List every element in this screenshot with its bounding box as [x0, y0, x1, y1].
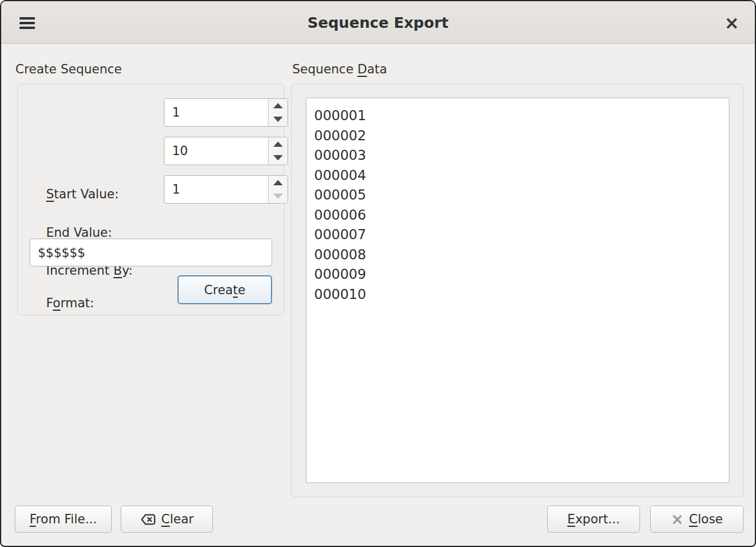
start-value-label: Start Value: [46, 187, 119, 201]
list-item: 000004 [314, 166, 729, 186]
arrow-up-icon [273, 141, 283, 147]
clear-button[interactable]: Clear [121, 506, 213, 533]
increment-by-spinner [164, 175, 288, 204]
titlebar[interactable]: Sequence Export × [1, 1, 755, 44]
list-item: 000009 [314, 265, 729, 285]
format-label-text: Format: [46, 296, 94, 310]
start-value-input[interactable] [164, 99, 268, 126]
create-button[interactable]: Create [177, 275, 272, 304]
close-button[interactable]: × Close [650, 506, 744, 533]
end-value-label: End Value: [46, 226, 112, 240]
list-item: 000006 [314, 205, 729, 226]
increment-by-spin-down-button [269, 189, 287, 203]
sequence-list[interactable]: 0000010000020000030000040000050000060000… [306, 98, 729, 483]
from-file-button[interactable]: From File... [15, 506, 112, 533]
list-item: 000001 [314, 106, 729, 126]
sequence-export-dialog: Sequence Export × Create Sequence Start … [0, 0, 756, 547]
list-item: 000008 [314, 245, 729, 265]
arrow-up-icon [273, 180, 283, 185]
end-value-spinner [164, 137, 288, 165]
create-sequence-groupbox: Start Value: End Value: Increment By: [17, 83, 285, 316]
list-item: 000010 [314, 285, 729, 305]
arrow-up-icon [273, 103, 283, 108]
create-sequence-heading: Create Sequence [15, 62, 122, 76]
list-item: 000005 [314, 185, 729, 205]
end-value-spin-down-button[interactable] [269, 151, 287, 165]
start-value-spinner [164, 98, 288, 127]
arrow-down-icon [273, 117, 283, 122]
list-item: 000003 [314, 146, 729, 166]
arrow-down-icon [273, 155, 283, 160]
start-value-spin-up-button[interactable] [269, 99, 287, 112]
format-input[interactable] [30, 239, 272, 266]
sequence-data-groupbox: 0000010000020000030000040000050000060000… [291, 83, 744, 497]
list-item: 000002 [314, 126, 729, 146]
close-x-icon: × [671, 511, 684, 527]
arrow-down-icon [273, 194, 283, 199]
window-title: Sequence Export [1, 1, 755, 44]
increment-by-spin-up-button[interactable] [269, 176, 287, 189]
end-value-input[interactable] [164, 137, 268, 165]
end-value-spin-up-button[interactable] [269, 137, 287, 151]
export-button[interactable]: Export... [547, 506, 640, 533]
increment-by-input[interactable] [164, 176, 268, 203]
start-value-spin-down-button[interactable] [269, 112, 287, 126]
backspace-icon [140, 513, 156, 526]
list-item: 000007 [314, 225, 729, 245]
window-close-icon[interactable]: × [718, 9, 745, 36]
sequence-data-heading: Sequence Data [292, 62, 387, 76]
